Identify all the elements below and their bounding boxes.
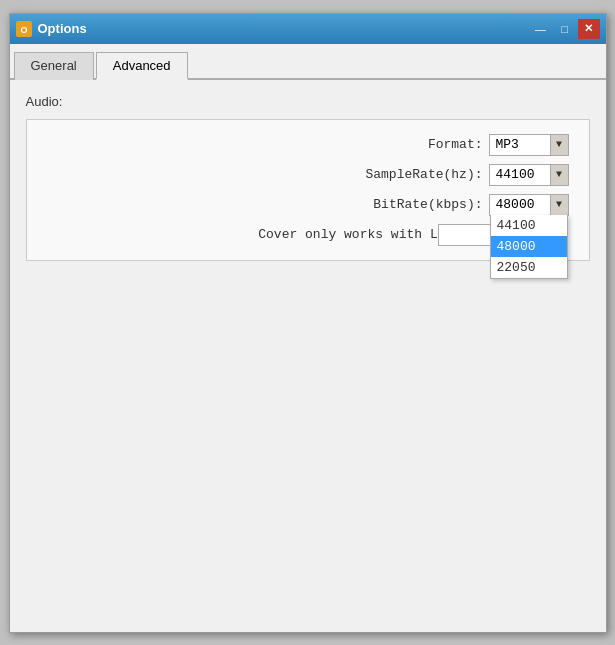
tab-general[interactable]: General — [14, 52, 94, 80]
format-row: Format: MP3 ▼ — [37, 134, 569, 156]
samplerate-dropdown-arrow: ▼ — [550, 165, 568, 185]
options-window: O Options — □ ✕ General Advanced Audio: … — [9, 13, 607, 633]
maximize-button[interactable]: □ — [554, 19, 576, 39]
window-title: Options — [38, 21, 87, 36]
format-control: MP3 ▼ — [489, 134, 569, 156]
cover-text-left: Cover only works with L — [258, 227, 437, 242]
bitrate-row: BitRate(kbps): 48000 ▼ 44100 48000 22050 — [37, 194, 569, 216]
app-icon: O — [16, 21, 32, 37]
format-dropdown[interactable]: MP3 ▼ — [489, 134, 569, 156]
audio-box: Format: MP3 ▼ SampleRate(hz): 44100 ▼ — [26, 119, 590, 261]
bitrate-dropdown-arrow: ▼ — [550, 195, 568, 215]
format-dropdown-arrow: ▼ — [550, 135, 568, 155]
bitrate-dropdown[interactable]: 48000 ▼ 44100 48000 22050 — [489, 194, 569, 216]
bitrate-option-22050[interactable]: 22050 — [491, 257, 567, 278]
samplerate-control: 44100 ▼ — [489, 164, 569, 186]
samplerate-dropdown[interactable]: 44100 ▼ — [489, 164, 569, 186]
samplerate-dropdown-value: 44100 — [490, 167, 550, 182]
svg-text:O: O — [20, 25, 27, 35]
bitrate-control: 48000 ▼ 44100 48000 22050 — [489, 194, 569, 216]
tabs-bar: General Advanced — [10, 44, 606, 80]
samplerate-label: SampleRate(hz): — [365, 167, 482, 182]
bitrate-dropdown-list: 44100 48000 22050 — [490, 215, 568, 279]
title-bar: O Options — □ ✕ — [10, 14, 606, 44]
tab-advanced[interactable]: Advanced — [96, 52, 188, 80]
bitrate-dropdown-value: 48000 — [490, 197, 550, 212]
bitrate-label: BitRate(kbps): — [373, 197, 482, 212]
bitrate-option-44100[interactable]: 44100 — [491, 215, 567, 236]
minimize-button[interactable]: — — [530, 19, 552, 39]
audio-section-label: Audio: — [26, 94, 590, 109]
tab-content: Audio: Format: MP3 ▼ SampleRate(hz): 441… — [10, 80, 606, 632]
format-label: Format: — [428, 137, 483, 152]
samplerate-row: SampleRate(hz): 44100 ▼ — [37, 164, 569, 186]
title-bar-left: O Options — [16, 21, 87, 37]
format-dropdown-value: MP3 — [490, 137, 550, 152]
close-button[interactable]: ✕ — [578, 19, 600, 39]
title-buttons: — □ ✕ — [530, 19, 600, 39]
bitrate-option-48000[interactable]: 48000 — [491, 236, 567, 257]
